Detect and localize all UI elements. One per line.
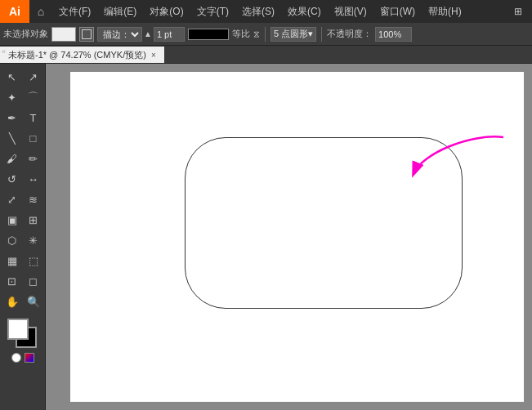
- symbol-tool[interactable]: ✳: [23, 230, 43, 250]
- pencil-tool[interactable]: ✏: [23, 149, 43, 168]
- points-dropdown[interactable]: 5 点圆形 ▾: [270, 27, 316, 42]
- object-label: 未选择对象: [3, 28, 48, 40]
- stroke-type-select[interactable]: 描边：: [97, 27, 142, 42]
- tool-row-11: ⊡ ◻: [2, 271, 43, 291]
- color-swatches: [7, 319, 38, 366]
- stroke-options: 描边： ▲: [97, 27, 185, 42]
- mesh-tool[interactable]: ⊞: [23, 210, 43, 230]
- menu-bar: Ai ⌂ 文件(F) 编辑(E) 对象(O) 文字(T) 选择(S) 效果(C)…: [0, 0, 532, 23]
- tool-row-2: ✦ ⌒: [2, 87, 43, 107]
- document-tab[interactable]: 未标题-1* @ 74.27% (CMYK/预览) ×: [0, 47, 165, 63]
- menu-object[interactable]: 对象(O): [143, 0, 190, 23]
- eraser-tool[interactable]: ◻: [23, 271, 43, 291]
- tool-row-5: 🖌 ✏: [2, 149, 43, 168]
- home-icon-btn[interactable]: ⌂: [29, 0, 52, 23]
- separator-2: [321, 27, 322, 42]
- fill-swatch[interactable]: [51, 27, 76, 42]
- menu-select[interactable]: 选择(S): [235, 0, 281, 23]
- tool-row-10: ▦ ⬚: [2, 251, 43, 270]
- tool-row-6: ↺ ↔: [2, 169, 43, 189]
- swatch-container: [7, 319, 38, 350]
- toolbar: « ↖ ↗ ✦ ⌒ ✒ T ╲ □ 🖌 ✏ ↺ ↔ ⤢ ≋ ▣: [0, 64, 46, 410]
- menu-effect[interactable]: 效果(C): [281, 0, 328, 23]
- stroke-value-input[interactable]: [154, 27, 185, 42]
- tab-bar: 未标题-1* @ 74.27% (CMYK/预览) ×: [0, 46, 532, 64]
- tool-row-4: ╲ □: [2, 128, 43, 148]
- slice-tool[interactable]: ⊡: [2, 271, 22, 291]
- select-tool[interactable]: ↖: [2, 67, 22, 87]
- separator-1: [265, 27, 266, 42]
- menu-type[interactable]: 文字(T): [190, 0, 235, 23]
- stroke-swatch[interactable]: [79, 27, 94, 42]
- mirror-tool[interactable]: ↔: [23, 169, 43, 189]
- menu-help[interactable]: 帮助(H): [422, 0, 468, 23]
- control-bar: 未选择对象 描边： ▲ 等比 ⧖ 5 点圆形 ▾ 不透明度：: [0, 23, 532, 46]
- hand-tool[interactable]: ✋: [2, 292, 22, 311]
- magic-wand-tool[interactable]: ✦: [2, 87, 22, 107]
- line-tool[interactable]: ╲: [2, 128, 22, 148]
- foreground-color-swatch[interactable]: [7, 319, 29, 340]
- tool-row-12: ✋ 🔍: [2, 292, 43, 311]
- tool-row-7: ⤢ ≋: [2, 189, 43, 209]
- menu-window[interactable]: 窗口(W): [373, 0, 422, 23]
- column-graph-tool[interactable]: ▦: [2, 251, 22, 270]
- warp-tool[interactable]: ≋: [23, 189, 43, 209]
- opacity-input[interactable]: [375, 27, 412, 42]
- type-tool[interactable]: T: [23, 108, 43, 127]
- app-logo: Ai: [0, 0, 29, 23]
- workspace-switcher[interactable]: ⊞: [507, 0, 529, 23]
- paintbrush-tool[interactable]: 🖌: [2, 149, 22, 168]
- menu-file[interactable]: 文件(F): [52, 0, 97, 23]
- tab-close-btn[interactable]: ×: [151, 51, 156, 60]
- tool-row-9: ⬡ ✳: [2, 230, 43, 250]
- tool-row-3: ✒ T: [2, 108, 43, 127]
- lasso-tool[interactable]: ⌒: [23, 87, 43, 107]
- zoom-tool[interactable]: 🔍: [23, 292, 43, 311]
- main-area: « ↖ ↗ ✦ ⌒ ✒ T ╲ □ 🖌 ✏ ↺ ↔ ⤢ ≋ ▣: [0, 64, 532, 410]
- color-mode-btn[interactable]: [25, 353, 34, 363]
- stroke-preview: [188, 29, 229, 40]
- blend-tool[interactable]: ⬡: [2, 230, 22, 250]
- gradient-tool[interactable]: ▣: [2, 210, 22, 230]
- tab-title: 未标题-1* @ 74.27% (CMYK/预览): [8, 49, 146, 61]
- opacity-label: 不透明度：: [327, 28, 372, 40]
- ratio-icon: ⧖: [253, 29, 260, 39]
- rotate-tool[interactable]: ↺: [2, 169, 22, 189]
- none-swatch[interactable]: [11, 353, 21, 363]
- rounded-rectangle-shape[interactable]: [185, 137, 463, 309]
- tool-row-1: ↖ ↗: [2, 67, 43, 87]
- menu-view[interactable]: 视图(V): [328, 0, 373, 23]
- ratio-label: 等比: [232, 28, 250, 40]
- pen-tool[interactable]: ✒: [2, 108, 22, 127]
- rect-tool[interactable]: □: [23, 128, 43, 148]
- canvas-area[interactable]: [46, 64, 532, 410]
- menu-edit[interactable]: 编辑(E): [97, 0, 143, 23]
- direct-select-tool[interactable]: ↗: [23, 67, 43, 87]
- stroke-up-arrow[interactable]: ▲: [144, 29, 152, 38]
- tool-row-8: ▣ ⊞: [2, 210, 43, 230]
- scale-tool[interactable]: ⤢: [2, 189, 22, 209]
- artboard-tool[interactable]: ⬚: [23, 251, 43, 270]
